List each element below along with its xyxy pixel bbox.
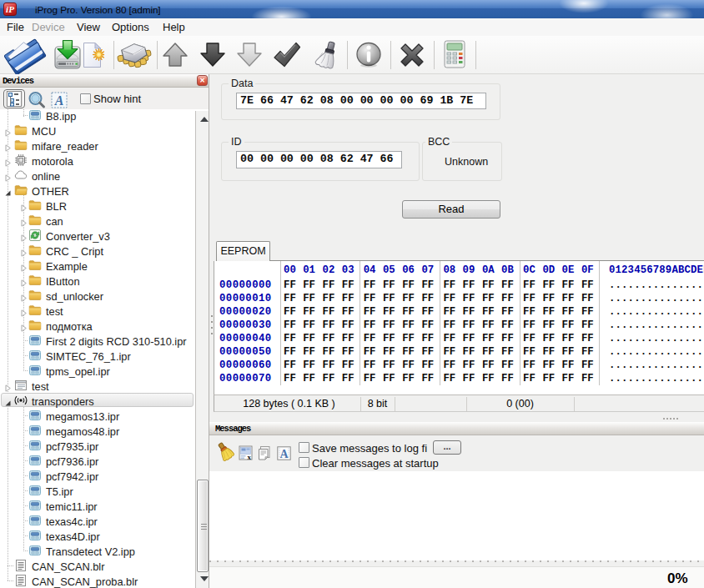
svg-text:x: x [248,453,252,460]
svg-text:A: A [54,93,64,108]
svg-text:A: A [279,448,289,460]
